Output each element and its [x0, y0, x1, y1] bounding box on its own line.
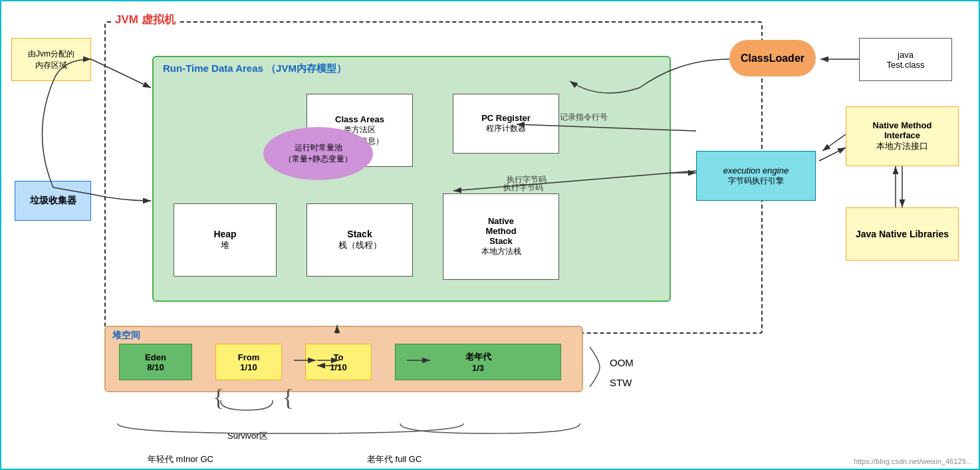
old-gen-line2: 1/3 — [472, 363, 484, 373]
native-stack-box: Native Method Stack 本地方法栈 — [443, 193, 559, 280]
native-stack-line1: Native — [488, 216, 514, 226]
testclass-box: java Test.class — [859, 38, 952, 81]
nmi-line2: Interface — [884, 130, 920, 140]
runtime-pool: 运行时常量池 （常量+静态变量） — [263, 127, 373, 180]
native-stack-line4: 本地方法栈 — [481, 246, 521, 257]
runtime-pool-line1: 运行时常量池 — [295, 142, 342, 154]
from-line2: 1/10 — [240, 362, 257, 372]
memory-note-line1: 由Jvm分配的 — [28, 49, 74, 60]
survivor-label: Survivor区 — [227, 430, 268, 442]
gc-label: 垃圾收集器 — [30, 195, 76, 207]
testclass-line2: Test.class — [886, 60, 924, 70]
oom-label: OOM — [610, 357, 634, 368]
old-gen-label-bottom: 老年代 full GC — [367, 453, 422, 465]
old-gen-line1: 老年代 — [465, 351, 491, 363]
memory-note-line2: 内存区域 — [28, 60, 74, 71]
from-box: From 1/10 — [215, 344, 282, 380]
svg-line-11 — [822, 134, 846, 151]
classloader-box: ClassLoader — [729, 40, 816, 76]
jvm-outer-box: JVM 虚拟机 Run-Time Data Areas （JVM内存模型） Cl… — [104, 21, 763, 334]
to-line1: To — [334, 352, 344, 362]
native-stack-line2: Method — [485, 226, 516, 236]
native-stack-line3: Stack — [489, 236, 513, 246]
heap-box: Heap 堆 — [174, 203, 277, 277]
main-container: JVM 虚拟机 Run-Time Data Areas （JVM内存模型） Cl… — [0, 0, 980, 470]
heap-space-title: 堆空间 — [112, 330, 140, 342]
stack-line2: 栈（线程） — [338, 239, 382, 251]
nmi-box: Native Method Interface 本地方法接口 — [846, 106, 959, 166]
class-areas-line1: Class Areas — [335, 114, 384, 124]
jnl-box: Java Native Libraries — [846, 207, 959, 261]
heap-line1: Heap — [213, 229, 236, 239]
pc-register-line1: PC Register — [481, 113, 531, 123]
stw-label: STW — [610, 377, 632, 388]
eden-line1: Eden — [145, 352, 166, 362]
eden-box: Eden 8/10 — [119, 344, 192, 380]
jnl-label: Java Native Libraries — [856, 229, 949, 239]
runtime-pool-line2: （常量+静态变量） — [284, 154, 352, 165]
jvm-title: JVM 虚拟机 — [112, 12, 178, 27]
stack-box: Stack 栈（线程） — [306, 203, 413, 277]
heap-line2: 堆 — [221, 239, 229, 251]
pc-register-line2: 程序计数器 — [486, 123, 526, 134]
nmi-line3: 本地方法接口 — [876, 140, 928, 152]
from-line1: From — [238, 352, 260, 362]
exec-bytecode-label: 执行字节码 — [503, 182, 543, 193]
watermark: https://blog.csdn.net/weixin_46129... — [854, 457, 972, 465]
exec-engine-line2: 字节码执行引擎 — [728, 176, 784, 187]
runtime-title: Run-Time Data Areas （JVM内存模型） — [163, 62, 346, 75]
testclass-line1: java — [886, 50, 924, 60]
to-line2: 1/10 — [330, 362, 346, 372]
classloader-label: ClassLoader — [741, 53, 804, 64]
young-gen-label: 年轻代 mInor GC — [148, 453, 213, 465]
memory-note: 由Jvm分配的 内存区域 — [11, 38, 91, 81]
gc-box: 垃圾收集器 — [15, 181, 91, 221]
pc-register-box: PC Register 程序计数器 — [453, 94, 559, 154]
runtime-box: Run-Time Data Areas （JVM内存模型） Class Area… — [152, 56, 671, 302]
svg-line-10 — [819, 148, 846, 161]
old-gen-box: 老年代 1/3 — [395, 344, 561, 380]
heap-space-box: 堆空间 Eden 8/10 From 1/10 To 1/10 老年代 1/3 — [104, 326, 583, 392]
eden-line2: 8/10 — [147, 362, 164, 372]
exec-engine-line1: execution engine — [723, 166, 789, 176]
stack-line1: Stack — [347, 229, 372, 239]
nmi-line1: Native Method — [873, 120, 932, 130]
to-box: To 1/10 — [305, 344, 372, 380]
exec-engine-box: execution engine 字节码执行引擎 — [696, 151, 816, 201]
